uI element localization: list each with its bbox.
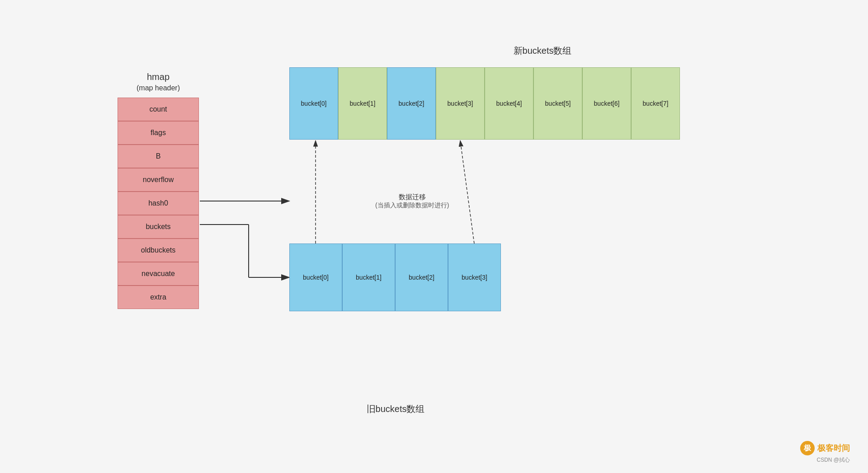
old-bucket-3: bucket[3] [448,244,501,311]
new-buckets-container: bucket[0]bucket[1]bucket[2]bucket[3]buck… [289,67,680,140]
diagram-area: hmap (map header) countflagsBnoverflowha… [118,45,750,429]
main-container: hmap (map header) countflagsBnoverflowha… [0,0,868,473]
new-bucket-7: bucket[7] [631,67,680,140]
hmap-field-count: count [118,98,199,121]
old-buckets-label: 旧buckets数组 [289,403,502,415]
brand-icon: 极 [800,441,815,455]
hmap-field-noverflow: noverflow [118,168,199,192]
hmap-field-hash0: hash0 [118,192,199,215]
old-bucket-1: bucket[1] [342,244,395,311]
hmap-field-buckets: buckets [118,215,199,239]
brand-name: 极客时间 [817,443,850,454]
svg-line-7 [460,140,474,244]
old-buckets-container: bucket[0]bucket[1]bucket[2]bucket[3] [289,244,501,311]
brand-sub: CSDN @拭心 [816,456,850,464]
hmap-title: hmap [118,72,199,82]
migration-label: 数据迁移 (当插入或删除数据时进行) [375,193,449,210]
new-bucket-2: bucket[2] [387,67,436,140]
hmap-fields: countflagsBnoverflowhash0bucketsoldbucke… [118,98,199,309]
new-bucket-0: bucket[0] [289,67,338,140]
migration-line2: (当插入或删除数据时进行) [375,201,449,210]
hmap-field-oldbuckets: oldbuckets [118,239,199,262]
new-bucket-3: bucket[3] [436,67,485,140]
new-bucket-5: bucket[5] [533,67,582,140]
hmap-field-B: B [118,145,199,168]
brand: 极 极客时间 CSDN @拭心 [800,441,850,464]
hmap-field-extra: extra [118,286,199,309]
new-bucket-6: bucket[6] [582,67,631,140]
hmap-field-flags: flags [118,121,199,145]
old-bucket-2: bucket[2] [395,244,448,311]
hmap-subtitle: (map header) [118,84,199,92]
new-bucket-4: bucket[4] [485,67,533,140]
hmap-field-nevacuate: nevacuate [118,262,199,286]
hmap-header: hmap (map header) countflagsBnoverflowha… [118,72,199,309]
migration-line1: 数据迁移 [375,193,449,201]
new-bucket-1: bucket[1] [338,67,387,140]
old-bucket-0: bucket[0] [289,244,342,311]
brand-logo: 极 极客时间 [800,441,850,455]
new-buckets-label: 新buckets数组 [335,45,750,57]
